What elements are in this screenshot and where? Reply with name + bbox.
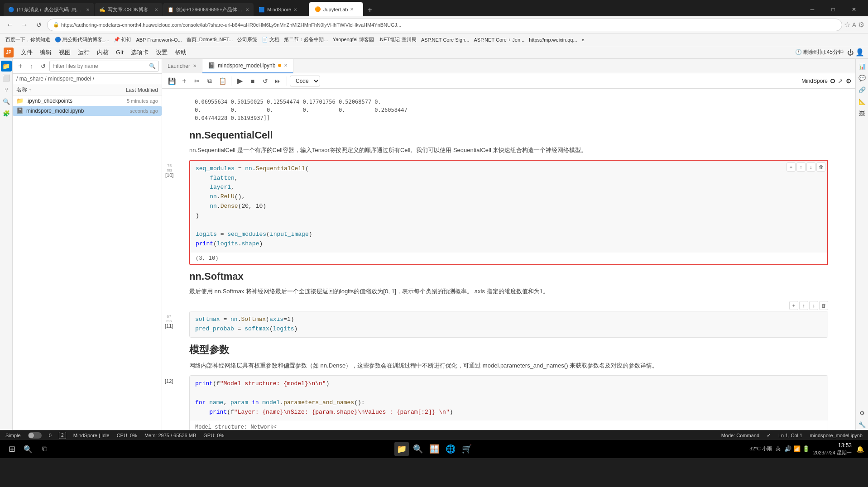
- bookmark-baidu[interactable]: 百度一下，你就知道: [4, 35, 52, 44]
- tab-5-active[interactable]: 🟠 JupyterLab ✕: [309, 2, 363, 16]
- right-icon-2[interactable]: 💬: [857, 72, 868, 83]
- add-above-button[interactable]: +: [786, 162, 796, 172]
- tab2-close[interactable]: ✕: [154, 7, 158, 12]
- bookmark-dotnet9[interactable]: 首页_Dotnet9_NET...: [185, 35, 235, 44]
- bookmark-yaopengfei[interactable]: Yaopengfei-博客园: [331, 35, 376, 44]
- cell-12-input[interactable]: print(f"Model structure: {model}\n\n") f…: [190, 376, 828, 420]
- notebook-tab-close[interactable]: ✕: [284, 63, 288, 68]
- right-icon-7[interactable]: 🔧: [857, 419, 868, 430]
- minimize-button[interactable]: ─: [802, 3, 823, 16]
- move-up-button[interactable]: ↑: [796, 162, 806, 172]
- right-icon-1[interactable]: 📊: [857, 61, 868, 72]
- power-icon[interactable]: ⏻: [847, 49, 854, 56]
- bookmark-weixin[interactable]: https://mp.weixin.qq...: [527, 36, 579, 43]
- bookmarks-more[interactable]: »: [580, 36, 586, 43]
- start-button[interactable]: ⊞: [4, 441, 20, 457]
- save-button[interactable]: 💾: [166, 75, 177, 87]
- move-down-button[interactable]: ↓: [806, 162, 815, 172]
- bookmark-dotnet-notes[interactable]: .NET笔记-童川民: [377, 35, 418, 44]
- menu-settings[interactable]: 设置: [152, 48, 171, 57]
- notification-icon[interactable]: 🔔: [855, 444, 864, 454]
- cell-11-input[interactable]: softmax = nn.Softmax(axis=1) pred_probab…: [190, 311, 828, 338]
- launcher-tab-close[interactable]: ✕: [193, 63, 197, 68]
- cell-delete-11[interactable]: 🗑: [819, 301, 828, 310]
- tab-1[interactable]: 🔵 (11条消息）惠公振代码_惠公系列 ✕: [4, 3, 94, 16]
- menu-kernel[interactable]: 内核: [93, 48, 112, 57]
- file-item-notebook[interactable]: 📓 mindspore_model.ipynb seconds ago: [13, 106, 162, 116]
- taskbar-explorer-icon[interactable]: 📁: [394, 442, 409, 456]
- menu-run[interactable]: 运行: [74, 48, 93, 57]
- cell-10-input[interactable]: seq_modules = nn.SequentialCell( flatten…: [190, 161, 827, 253]
- delete-cell-button[interactable]: 🗑: [816, 162, 825, 172]
- bookmark-docs[interactable]: 📄 文档: [260, 35, 281, 44]
- cell-up-11[interactable]: ↑: [799, 301, 808, 310]
- add-cell-button[interactable]: +: [178, 75, 190, 87]
- file-item-checkpoints[interactable]: 📁 .ipynb_checkpoints 5 minutes ago: [13, 96, 162, 106]
- task-view-button[interactable]: ⧉: [36, 441, 53, 457]
- tab1-close[interactable]: ✕: [86, 7, 90, 12]
- taskbar-search-icon[interactable]: 🔍: [411, 442, 425, 456]
- right-icon-6[interactable]: ⚙: [857, 407, 868, 418]
- cell-add-above-11[interactable]: +: [789, 301, 798, 310]
- bookmark-aspnet1[interactable]: ASP.NET Core Sign...: [419, 36, 471, 43]
- taskbar-edge-icon[interactable]: 🌐: [443, 442, 458, 456]
- file-list-header[interactable]: 名称 ↑ Last Modified: [13, 84, 162, 96]
- tab-4[interactable]: 🟦 MindSpore ✕: [254, 3, 308, 16]
- files-icon[interactable]: 📁: [1, 61, 12, 72]
- bookmark-huigong[interactable]: 🔵 惠公振代码的博客_...: [53, 35, 111, 44]
- file-search-box[interactable]: 🔍: [49, 61, 159, 72]
- menu-view[interactable]: 视图: [55, 48, 74, 57]
- user-icon[interactable]: 👤: [855, 48, 864, 57]
- menu-file[interactable]: 文件: [17, 48, 36, 57]
- bookmark-course[interactable]: 第二节：必备中期...: [282, 35, 330, 44]
- tab5-close[interactable]: ✕: [350, 7, 354, 12]
- back-button[interactable]: ←: [4, 19, 16, 31]
- restart-button[interactable]: ↺: [259, 75, 271, 87]
- menu-tabs[interactable]: 选项卡: [127, 48, 152, 57]
- upload-button[interactable]: ↑: [27, 61, 37, 71]
- cut-button[interactable]: ✂: [191, 75, 203, 87]
- run-all-button[interactable]: ⏭: [272, 75, 284, 87]
- maximize-button[interactable]: □: [823, 3, 844, 16]
- col-modified-header[interactable]: Last Modified: [99, 87, 158, 93]
- taskbar-store-icon[interactable]: 🛒: [460, 442, 474, 456]
- search-taskbar-button[interactable]: 🔍: [20, 441, 36, 457]
- tab4-close[interactable]: ✕: [293, 7, 297, 12]
- translate-icon[interactable]: A: [852, 21, 856, 29]
- col-name-header[interactable]: 名称 ↑: [16, 86, 99, 94]
- extension-icon[interactable]: 🧩: [1, 108, 12, 119]
- launcher-tab[interactable]: Launcher ✕: [162, 59, 202, 73]
- bookmark-dingding[interactable]: 📌 钉钉: [112, 35, 133, 44]
- share-icon[interactable]: ↗: [838, 77, 843, 85]
- refresh-button[interactable]: ↺: [33, 19, 45, 31]
- right-icon-3[interactable]: 🔗: [857, 84, 868, 95]
- forward-button[interactable]: →: [18, 19, 31, 31]
- ext-icon[interactable]: ⚙: [858, 20, 864, 29]
- menu-git[interactable]: Git: [112, 48, 127, 57]
- refresh-files-button[interactable]: ↺: [38, 61, 48, 71]
- tab3-close[interactable]: ✕: [245, 7, 249, 12]
- search-sidebar-icon[interactable]: 🔍: [1, 96, 12, 107]
- bookmark-company[interactable]: 公司系统: [235, 35, 259, 44]
- new-folder-button[interactable]: +: [15, 61, 25, 71]
- bookmark-aspnet2[interactable]: ASP.NET Core + Jen...: [472, 36, 526, 43]
- git-icon[interactable]: ⑂: [1, 84, 12, 95]
- toggle-switch[interactable]: [28, 432, 42, 439]
- menu-help[interactable]: 帮助: [171, 48, 190, 57]
- taskbar-windows-icon[interactable]: 🪟: [427, 442, 441, 456]
- tab-2[interactable]: ✍️ 写文章-CSDN博客 ✕: [95, 3, 163, 16]
- tab-3[interactable]: 📋 徐涛+13960699696+产品体验评 ✕: [163, 3, 254, 16]
- copy-button[interactable]: ⧉: [204, 75, 216, 87]
- running-icon[interactable]: ⬜: [1, 72, 12, 83]
- cell-type-select[interactable]: Code: [290, 76, 320, 86]
- settings-icon[interactable]: ⚙: [846, 77, 852, 85]
- notebook-tab[interactable]: 📓 mindspore_model.ipynb ✕: [202, 59, 293, 73]
- right-icon-4[interactable]: 📐: [857, 96, 868, 107]
- paste-button[interactable]: 📋: [216, 75, 228, 87]
- right-icon-5[interactable]: 🖼: [857, 108, 868, 119]
- new-tab-button[interactable]: +: [364, 4, 376, 16]
- menu-edit[interactable]: 编辑: [36, 48, 55, 57]
- run-button[interactable]: ▶: [234, 75, 246, 87]
- stop-button[interactable]: ■: [247, 75, 259, 87]
- bookmark-abp[interactable]: ABP Framework-O...: [134, 36, 183, 43]
